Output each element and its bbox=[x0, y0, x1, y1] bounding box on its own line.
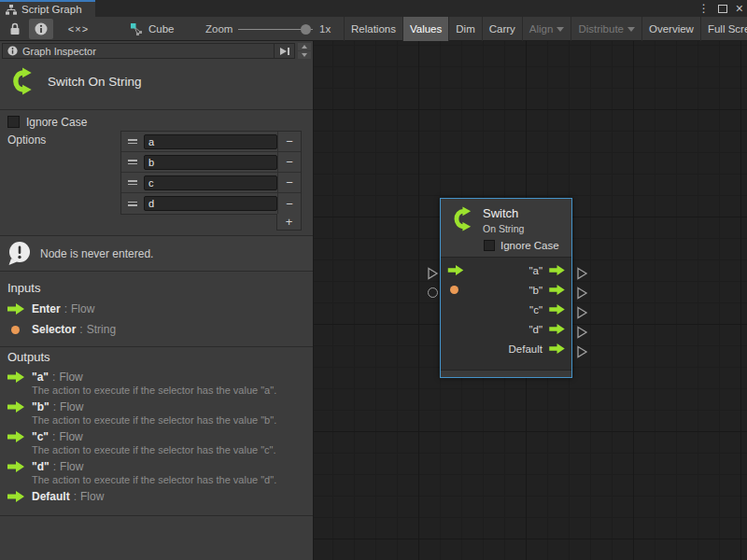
scroll-down-button[interactable] bbox=[298, 51, 311, 59]
option-row: − bbox=[121, 193, 301, 214]
external-output-connector-c[interactable] bbox=[576, 306, 588, 319]
flow-port-icon bbox=[7, 401, 24, 413]
triangle-up-icon bbox=[302, 45, 307, 49]
overview-button[interactable]: Overview bbox=[641, 17, 700, 41]
scroll-up-button[interactable] bbox=[298, 43, 311, 50]
window-menu-icon[interactable]: ⋮ bbox=[698, 0, 710, 17]
divider bbox=[0, 271, 313, 272]
panel-scroll-spinners bbox=[298, 43, 311, 59]
node-body: "a" "b" "c" bbox=[441, 258, 571, 370]
close-icon[interactable]: × bbox=[736, 0, 743, 17]
option-input[interactable] bbox=[144, 134, 277, 149]
drag-handle[interactable] bbox=[121, 173, 144, 192]
input-row-selector: Selector : String bbox=[7, 322, 116, 337]
graph-owner-breadcrumb[interactable]: Cube bbox=[131, 17, 175, 41]
warning-banner: Node is never entered. bbox=[0, 236, 313, 271]
outputs-header: Outputs bbox=[7, 350, 50, 364]
port-b[interactable]: "b" bbox=[529, 285, 565, 296]
drag-handle[interactable] bbox=[121, 132, 144, 151]
unit-title: Switch On String bbox=[48, 75, 142, 89]
relations-button[interactable]: Relations bbox=[344, 17, 402, 41]
output-row-default: Default : Flow bbox=[7, 489, 309, 504]
flow-port-icon bbox=[549, 304, 565, 315]
remove-option-button[interactable]: − bbox=[277, 193, 301, 214]
window-titlebar: Script Graph ⋮ × bbox=[0, 0, 747, 17]
add-option-button[interactable]: + bbox=[276, 214, 302, 231]
divider bbox=[0, 346, 313, 347]
switch-unit-icon bbox=[449, 206, 474, 234]
external-output-connector-b[interactable] bbox=[576, 287, 588, 300]
node-ignore-case-checkbox[interactable] bbox=[484, 240, 495, 251]
graph-inspector-header: Graph Inspector bbox=[2, 43, 295, 59]
port-a[interactable]: "a" bbox=[529, 265, 565, 276]
option-input[interactable] bbox=[144, 196, 277, 211]
ignore-case-checkbox[interactable] bbox=[7, 116, 20, 128]
external-flow-input-connector[interactable] bbox=[427, 267, 439, 280]
game-object-icon bbox=[131, 23, 143, 35]
option-input[interactable] bbox=[144, 155, 277, 170]
switch-on-string-node[interactable]: Switch On String Ignore Case "a" bbox=[440, 198, 572, 378]
external-value-input-connector[interactable] bbox=[428, 287, 438, 298]
drag-handle[interactable] bbox=[121, 193, 144, 214]
toolbar-mode-buttons: Relations Values Dim Carry Align Distrib… bbox=[344, 17, 747, 41]
carry-button[interactable]: Carry bbox=[482, 17, 522, 41]
tab-label: Script Graph bbox=[21, 4, 82, 15]
graph-canvas[interactable]: Switch On String Ignore Case "a" bbox=[314, 41, 747, 560]
external-output-connector-a[interactable] bbox=[576, 267, 588, 280]
full-screen-button[interactable]: Full Screen bbox=[700, 17, 747, 41]
node-title: Switch bbox=[483, 206, 524, 220]
external-output-connector-default[interactable] bbox=[576, 345, 588, 358]
option-input[interactable] bbox=[144, 175, 277, 190]
input-row-enter: Enter : Flow bbox=[7, 301, 94, 316]
output-row-d: "d" : Flow The action to execute if the … bbox=[7, 459, 309, 487]
values-button[interactable]: Values bbox=[402, 17, 448, 41]
code-icon: <×> bbox=[68, 23, 89, 35]
flow-port-icon bbox=[549, 285, 565, 295]
graph-inspector-title: Graph Inspector bbox=[22, 46, 96, 57]
dock-right-icon bbox=[279, 47, 290, 56]
options-label: Options bbox=[7, 133, 46, 147]
tab-script-graph[interactable]: Script Graph bbox=[0, 0, 95, 17]
maximize-icon[interactable] bbox=[718, 5, 727, 13]
graph-inspector-panel: Graph Inspector Switch On String Ignore … bbox=[0, 41, 314, 560]
output-row-b: "b" : Flow The action to execute if the … bbox=[7, 399, 309, 427]
string-port-icon bbox=[11, 326, 20, 334]
dim-button[interactable]: Dim bbox=[448, 17, 481, 41]
unit-title-row: Switch On String bbox=[7, 65, 142, 97]
flow-port-icon bbox=[7, 461, 24, 472]
graph-owner-label: Cube bbox=[148, 23, 175, 35]
code-preview-button[interactable]: <×> bbox=[57, 19, 100, 39]
remove-option-button[interactable]: − bbox=[277, 173, 301, 192]
zoom-label: Zoom bbox=[205, 17, 233, 41]
output-row-a: "a" : Flow The action to execute if the … bbox=[7, 370, 309, 398]
option-row: − bbox=[121, 132, 301, 152]
lock-button[interactable] bbox=[3, 19, 27, 39]
node-subtitle: On String bbox=[483, 223, 524, 234]
chevron-down-icon bbox=[557, 27, 564, 32]
output-row-c: "c" : Flow The action to execute if the … bbox=[7, 429, 309, 457]
node-header[interactable]: Switch On String Ignore Case bbox=[441, 199, 571, 258]
graph-tab-icon bbox=[6, 5, 17, 15]
inspector-toggle-button[interactable] bbox=[29, 19, 53, 39]
remove-option-button[interactable]: − bbox=[277, 152, 301, 172]
flow-port-icon bbox=[549, 265, 565, 275]
port-c[interactable]: "c" bbox=[529, 304, 565, 315]
dock-panel-button[interactable] bbox=[274, 44, 294, 58]
zoom-slider-handle[interactable] bbox=[301, 24, 311, 35]
align-dropdown[interactable]: Align bbox=[522, 17, 571, 41]
drag-handle[interactable] bbox=[121, 152, 144, 172]
external-output-connector-d[interactable] bbox=[576, 326, 588, 339]
remove-option-button[interactable]: − bbox=[277, 132, 301, 151]
port-d[interactable]: "d" bbox=[529, 324, 565, 335]
distribute-dropdown[interactable]: Distribute bbox=[571, 17, 641, 41]
warning-icon bbox=[7, 241, 32, 266]
selector-string-port-icon[interactable] bbox=[450, 286, 458, 294]
enter-flow-port-icon[interactable] bbox=[447, 265, 464, 275]
flow-port-icon bbox=[7, 303, 24, 315]
flow-port-icon bbox=[7, 371, 24, 383]
port-default[interactable]: Default bbox=[509, 343, 565, 355]
info-icon bbox=[35, 22, 48, 35]
zoom-value: 1x bbox=[319, 17, 331, 41]
inputs-header: Inputs bbox=[7, 281, 40, 295]
option-row: − bbox=[121, 173, 301, 193]
